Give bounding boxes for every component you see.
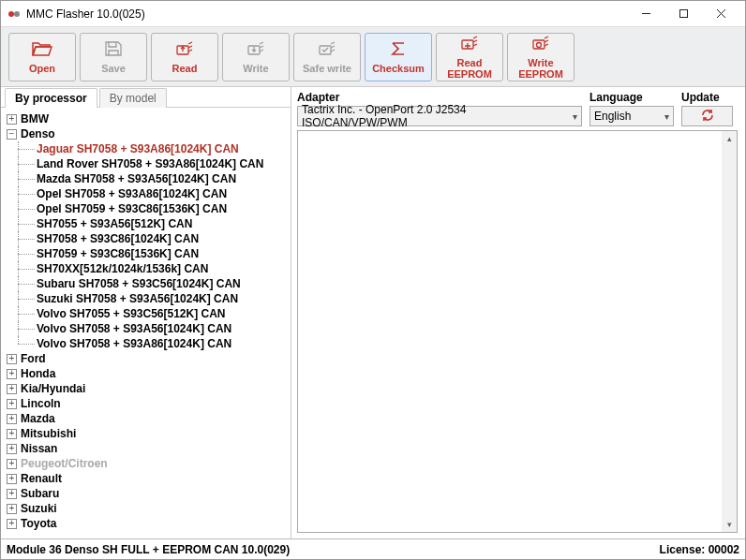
save-label: Save — [101, 63, 126, 74]
processor-tree[interactable]: +BMW−DensoJaguar SH7058 + S93A86[1024K] … — [1, 108, 291, 538]
expand-icon[interactable]: + — [7, 519, 17, 529]
tree-node[interactable]: +Nissan — [7, 441, 287, 456]
language-value: English — [594, 110, 631, 123]
collapse-icon[interactable]: − — [7, 129, 17, 140]
tree-leaf[interactable]: Volvo SH7058 + S93A56[1024K] CAN — [7, 321, 287, 336]
language-combo[interactable]: English ▾ — [589, 106, 674, 126]
expand-icon[interactable]: + — [7, 444, 17, 454]
tree-connector — [14, 186, 37, 201]
expand-icon[interactable]: + — [7, 414, 17, 424]
expand-icon[interactable]: + — [7, 504, 17, 514]
tree-node[interactable]: +Suzuki — [7, 501, 287, 516]
tree-node[interactable]: +Ford — [7, 351, 287, 366]
svg-point-11 — [537, 42, 542, 47]
tree-leaf-label: SH7059 + S93C86[1536K] CAN — [37, 247, 199, 260]
tree-leaf[interactable]: SH70XX[512k/1024k/1536k] CAN — [7, 261, 287, 276]
save-button[interactable]: Save — [80, 33, 147, 81]
tree-leaf[interactable]: SH7055 + S93A56[512K] CAN — [7, 216, 287, 231]
tree-node-label: Kia/Hyundai — [21, 382, 85, 395]
checksum-button[interactable]: Checksum — [365, 33, 432, 81]
toolbar: Open Save Read Write Safe write Checksum… — [1, 27, 745, 87]
minimize-button[interactable] — [627, 1, 664, 26]
tree-leaf[interactable]: Volvo SH7055 + S93C56[512K] CAN — [7, 306, 287, 321]
tree-node[interactable]: +Renault — [7, 471, 287, 486]
expand-icon[interactable]: + — [7, 474, 17, 484]
maximize-button[interactable] — [664, 1, 702, 26]
tree-connector — [14, 246, 37, 261]
open-button[interactable]: Open — [8, 33, 76, 81]
chip-safewrite-icon — [317, 40, 337, 60]
tree-node-label: Subaru — [21, 487, 59, 500]
expand-icon[interactable]: + — [7, 399, 17, 409]
adapter-value: Tactrix Inc. - OpenPort 2.0 J2534 ISO/CA… — [302, 103, 569, 129]
tree-node[interactable]: +Lincoln — [7, 396, 287, 411]
tab-by-processor[interactable]: By processor — [5, 88, 97, 108]
read-label: Read — [172, 63, 198, 74]
safe-write-label: Safe write — [303, 63, 351, 74]
tree-node[interactable]: +Honda — [7, 366, 287, 381]
expand-icon[interactable]: + — [7, 489, 17, 499]
tree-node[interactable]: +Toyota — [7, 516, 287, 531]
tree-connector — [14, 216, 37, 231]
scroll-down-icon[interactable]: ▾ — [722, 517, 737, 532]
tree-node[interactable]: −Denso — [7, 126, 287, 141]
scrollbar[interactable]: ▴ ▾ — [722, 131, 737, 532]
scroll-up-icon[interactable]: ▴ — [722, 131, 737, 146]
tree-node[interactable]: +Kia/Hyundai — [7, 381, 287, 396]
expand-icon[interactable]: + — [7, 114, 17, 125]
tree-leaf[interactable]: Jaguar SH7058 + S93A86[1024K] CAN — [7, 141, 287, 156]
expand-icon[interactable]: + — [7, 459, 17, 469]
close-button[interactable] — [702, 1, 739, 26]
read-eeprom-label: Read EEPROM — [437, 57, 502, 80]
tree-connector — [14, 306, 37, 321]
tree-leaf[interactable]: Suzuki SH7058 + S93A56[1024K] CAN — [7, 291, 287, 306]
tree-node[interactable]: +Peugeot/Citroen — [7, 456, 287, 471]
tree-leaf[interactable]: Volvo SH7058 + S93A86[1024K] CAN — [7, 336, 287, 351]
tree-leaf[interactable]: Subaru SH7058 + S93C56[1024K] CAN — [7, 276, 287, 291]
tree-node-label: Denso — [21, 127, 55, 140]
tree-node-label: Mitsubishi — [21, 427, 76, 440]
read-eeprom-button[interactable]: Read EEPROM — [436, 33, 503, 81]
expand-icon[interactable]: + — [7, 384, 17, 394]
write-button[interactable]: Write — [222, 33, 290, 81]
tree-node-label: Honda — [21, 367, 55, 380]
tree-connector — [14, 141, 37, 156]
tree-connector — [14, 321, 37, 336]
tree-leaf-label: SH7058 + S93C86[1024K] CAN — [37, 232, 199, 245]
update-label: Update — [681, 91, 738, 104]
tree-leaf[interactable]: Opel SH7059 + S93C86[1536K] CAN — [7, 201, 287, 216]
expand-icon[interactable]: + — [7, 369, 17, 379]
tab-by-model[interactable]: By model — [99, 88, 167, 108]
right-pane: Adapter Tactrix Inc. - OpenPort 2.0 J253… — [291, 87, 745, 538]
read-button[interactable]: Read — [151, 33, 218, 81]
tree-leaf[interactable]: Mazda SH7058 + S93A56[1024K] CAN — [7, 171, 287, 186]
tree-leaf[interactable]: Land Rover SH7058 + S93A86[1024K] CAN — [7, 156, 287, 171]
tree-node[interactable]: +Subaru — [7, 486, 287, 501]
tree-tabs: By processor By model — [1, 87, 291, 108]
expand-icon[interactable]: + — [7, 429, 17, 439]
expand-icon[interactable]: + — [7, 354, 17, 364]
checksum-label: Checksum — [372, 63, 425, 74]
tree-leaf[interactable]: SH7059 + S93C86[1536K] CAN — [7, 246, 287, 261]
svg-point-1 — [14, 11, 20, 17]
svg-point-0 — [8, 11, 14, 17]
tree-leaf-label: Land Rover SH7058 + S93A86[1024K] CAN — [37, 157, 263, 170]
titlebar: MMC Flasher 10.0(025) — [1, 1, 745, 27]
tree-node[interactable]: +Mitsubishi — [7, 426, 287, 441]
tree-node[interactable]: +BMW — [7, 111, 287, 126]
tree-connector — [14, 336, 37, 351]
log-console[interactable]: ▴ ▾ — [297, 130, 738, 533]
svg-rect-3 — [679, 10, 687, 18]
tree-connector — [14, 171, 37, 186]
write-eeprom-button[interactable]: Write EEPROM — [507, 33, 574, 81]
tree-leaf[interactable]: Opel SH7058 + S93A86[1024K] CAN — [7, 186, 287, 201]
tree-node[interactable]: +Mazda — [7, 411, 287, 426]
tree-leaf-label: Volvo SH7055 + S93C56[512K] CAN — [37, 307, 226, 320]
adapter-combo[interactable]: Tactrix Inc. - OpenPort 2.0 J2534 ISO/CA… — [297, 106, 582, 126]
eeprom-read-icon — [459, 35, 480, 54]
safe-write-button[interactable]: Safe write — [293, 33, 361, 81]
tree-leaf[interactable]: SH7058 + S93C86[1024K] CAN — [7, 231, 287, 246]
language-label: Language — [589, 91, 674, 104]
update-button[interactable] — [681, 106, 733, 126]
app-icon — [7, 7, 22, 22]
